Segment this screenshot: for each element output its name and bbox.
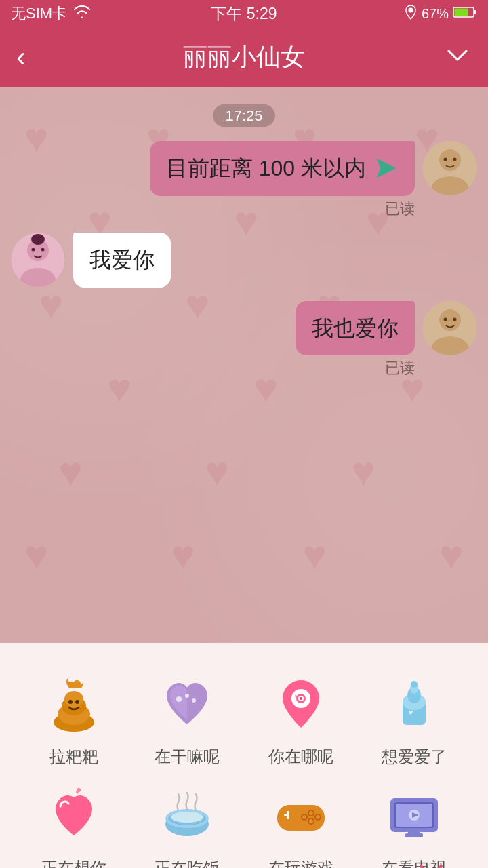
avatar-male bbox=[423, 141, 477, 195]
emoji-label-missing: 正在想你 bbox=[41, 857, 106, 868]
emoji-item-thinking[interactable]: 正在想你 bbox=[20, 781, 127, 868]
emoji-label-doing: 在干嘛呢 bbox=[155, 746, 220, 768]
svg-point-14 bbox=[41, 248, 45, 251]
svg-point-53 bbox=[309, 819, 313, 823]
svg-point-29 bbox=[192, 698, 196, 703]
svg-point-13 bbox=[32, 248, 35, 251]
svg-point-33 bbox=[300, 697, 302, 700]
emoji-label-poop: 拉粑粑 bbox=[49, 746, 98, 768]
message-bubble-out: 目前距离 100 米以内 bbox=[150, 141, 415, 196]
svg-point-51 bbox=[309, 811, 313, 815]
emoji-item-poop[interactable]: 拉粑粑 bbox=[20, 670, 127, 768]
header: ‹ 丽丽小仙女 bbox=[0, 27, 488, 87]
wifi-icon bbox=[73, 4, 92, 23]
read-status: 已读 bbox=[150, 199, 415, 219]
header-title: 丽丽小仙女 bbox=[183, 41, 305, 74]
svg-point-20 bbox=[453, 317, 457, 321]
emoji-item-condom[interactable]: 想爱爱了 bbox=[361, 670, 468, 768]
emoji-label-love: 想爱爱了 bbox=[382, 746, 447, 768]
heart-thinking-icon bbox=[40, 781, 108, 849]
status-left: 无SIM卡 bbox=[11, 3, 92, 24]
emoji-label-where: 你在哪呢 bbox=[268, 746, 333, 768]
svg-point-39 bbox=[77, 788, 81, 792]
emoji-item-eating[interactable]: 正在吃饭 bbox=[134, 781, 241, 868]
svg-point-8 bbox=[453, 158, 457, 161]
bubble-wrap-out: 目前距离 100 米以内 已读 bbox=[150, 141, 415, 219]
emoji-label-eating: 正在吃饭 bbox=[155, 857, 220, 868]
battery-text: 67% bbox=[422, 6, 449, 22]
message-bubble-out2: 我也爱你 bbox=[296, 301, 415, 356]
back-button[interactable]: ‹ bbox=[16, 41, 26, 73]
battery-icon bbox=[453, 5, 477, 22]
sim-indicator: 无SIM卡 bbox=[11, 3, 67, 24]
dropdown-button[interactable] bbox=[443, 43, 472, 72]
gamepad-icon bbox=[267, 781, 335, 849]
message-row: 目前距离 100 米以内 已读 bbox=[11, 141, 477, 219]
location-pink-icon bbox=[267, 670, 335, 738]
avatar-male-2 bbox=[423, 301, 477, 355]
message-row: 我爱你 bbox=[11, 233, 477, 288]
bubble-wrap-out2: 我也爱你 已读 bbox=[296, 301, 415, 379]
svg-point-54 bbox=[302, 815, 306, 819]
location-send-icon bbox=[374, 156, 399, 180]
message-timestamp: 17:25 bbox=[11, 107, 477, 125]
bubble-wrap-in: 我爱你 bbox=[73, 233, 171, 288]
svg-rect-2 bbox=[474, 10, 476, 14]
svg-point-52 bbox=[316, 815, 320, 819]
bowl-icon bbox=[153, 781, 221, 849]
emoji-label-gaming: 在玩游戏 bbox=[268, 857, 333, 868]
status-bar: 无SIM卡 下午 5:29 67% bbox=[0, 0, 488, 27]
location-icon bbox=[404, 5, 418, 23]
close-button[interactable] bbox=[411, 856, 451, 868]
message-bubble-in: 我爱你 bbox=[73, 233, 171, 288]
svg-rect-58 bbox=[408, 831, 420, 835]
svg-marker-9 bbox=[377, 159, 396, 178]
svg-point-43 bbox=[171, 812, 203, 823]
condom-blue-icon bbox=[380, 670, 448, 738]
svg-point-24 bbox=[64, 691, 83, 707]
avatar-female bbox=[11, 233, 65, 287]
emoji-item-location[interactable]: 你在哪呢 bbox=[247, 670, 354, 768]
chat-area: ♥ ♥ ♥ ♥ ♥ ♥ ♥ ♥ ♥ ♥ ♥ ♥ ♥ ♥ ♥ ♥ ♥ ♥ ♥ ♥ … bbox=[0, 87, 488, 643]
read-status-2: 已读 bbox=[296, 358, 415, 378]
svg-point-25 bbox=[68, 700, 73, 704]
svg-rect-3 bbox=[455, 8, 468, 16]
emoji-panel: 拉粑粑 在干嘛呢 bbox=[0, 643, 488, 868]
svg-point-7 bbox=[444, 158, 447, 161]
emoji-item-heart-purple[interactable]: 在干嘛呢 bbox=[134, 670, 241, 768]
svg-point-26 bbox=[75, 700, 79, 704]
status-right: 67% bbox=[404, 5, 477, 23]
tv-icon bbox=[380, 781, 448, 849]
heart-purple-icon bbox=[153, 670, 221, 738]
emoji-item-tv[interactable]: 在看电视 bbox=[361, 781, 468, 868]
emoji-item-gaming[interactable]: 在玩游戏 bbox=[247, 781, 354, 868]
status-time: 下午 5:29 bbox=[211, 3, 277, 24]
svg-rect-46 bbox=[287, 811, 289, 819]
svg-point-28 bbox=[185, 694, 189, 698]
svg-point-19 bbox=[444, 317, 447, 321]
svg-point-0 bbox=[408, 7, 413, 12]
svg-point-38 bbox=[411, 681, 418, 688]
message-row: 我也爱你 已读 bbox=[11, 301, 477, 379]
emoji-grid: 拉粑粑 在干嘛呢 bbox=[20, 670, 468, 868]
bottom-wrapper: 拉粑粑 在干嘛呢 bbox=[20, 670, 468, 868]
svg-point-15 bbox=[31, 234, 45, 245]
poop-icon bbox=[40, 670, 108, 738]
svg-point-27 bbox=[176, 696, 182, 702]
